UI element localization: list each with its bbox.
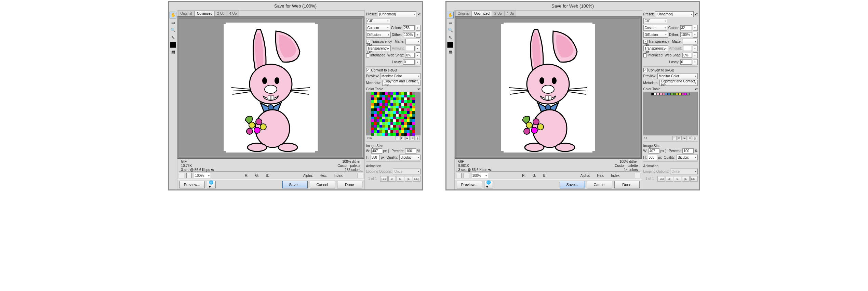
toggle-slices-icon[interactable]: ▤ [170,49,176,55]
zoom-level-field[interactable]: 100%▾ [194,173,211,178]
tab-original[interactable]: Original [455,11,472,16]
foreground-color-swatch[interactable] [447,42,453,48]
quality-select[interactable]: Bicubic▾ [399,155,420,160]
preview-mode-select[interactable]: Monitor Color▾ [657,73,698,79]
done-button[interactable]: Done [337,181,362,188]
browser-preview-icon[interactable]: 🌐▾ [207,181,216,188]
colors-stepper[interactable]: ▾ [416,25,420,31]
websnap-stepper[interactable]: ▾ [693,52,698,58]
save-button[interactable]: Save... [282,181,308,188]
color-table-flyout-icon[interactable]: ▾≡ [695,87,698,91]
transparency-dither-select[interactable]: No Transparency Dit...▾ [643,45,668,51]
connection-speed-menu-icon[interactable]: ▾≡ [211,168,214,172]
dither-stepper[interactable]: ▾ [416,32,420,38]
dither-algo-select[interactable]: Diffusion▾ [643,32,668,38]
quality-select[interactable]: Bicubic▾ [677,155,698,160]
ct-new-icon[interactable]: ⊞ [411,136,415,140]
format-select[interactable]: GIF▾ [643,18,667,24]
optimize-flyout-menu-icon[interactable]: ▾≡ [417,12,420,16]
height-field[interactable]: 588 [648,155,657,160]
srgb-checkbox[interactable]: ✓ [643,68,647,72]
lossy-stepper[interactable]: ▾ [693,59,698,65]
slice-select-tool-icon[interactable]: ▭ [170,19,176,26]
tab-2up[interactable]: 2-Up [215,11,227,16]
save-button[interactable]: Save... [560,181,585,188]
tab-2up[interactable]: 2-Up [492,11,504,16]
constrain-link-icon[interactable]: ⟧ [388,149,389,153]
color-reduction-select[interactable]: Custom▾ [366,25,390,31]
cancel-button[interactable]: Cancel [587,181,612,188]
zoom-tool-icon[interactable]: 🔍 [447,27,454,34]
lossy-field[interactable]: 0 [680,59,692,65]
optimize-flyout-menu-icon[interactable]: ▾≡ [695,12,698,16]
dither-field[interactable]: 100% [680,32,692,37]
ct-shift-icon[interactable]: ◧ [400,136,404,140]
zoom-in-icon[interactable] [186,173,192,178]
color-table[interactable] [366,92,420,135]
browser-preview-icon[interactable]: 🌐▾ [484,181,493,188]
dither-algo-select[interactable]: Diffusion▾ [366,32,391,38]
format-select[interactable]: GIF▾ [366,18,390,24]
dither-stepper[interactable]: ▾ [693,32,698,38]
dither-field[interactable]: 100% [403,32,415,37]
metadata-select[interactable]: Copyright and Contact Info▾ [659,80,698,86]
matte-select[interactable]: ▾ [405,39,420,44]
ct-delete-icon[interactable]: 🗑 [416,136,420,140]
cancel-button[interactable]: Cancel [310,181,335,188]
tab-original[interactable]: Original [178,11,195,16]
eyedropper-tool-icon[interactable]: ✎ [170,34,176,41]
eyedropper-tool-icon[interactable]: ✎ [447,34,454,41]
ct-delete-icon[interactable]: 🗑 [693,136,697,140]
color-reduction-select[interactable]: Custom▾ [643,25,667,31]
matte-select[interactable]: ▾ [683,39,698,44]
interlaced-checkbox[interactable] [366,53,370,57]
zoom-in-icon[interactable] [464,173,469,178]
interlaced-checkbox[interactable] [643,53,647,57]
colors-field[interactable]: 32 [680,25,692,30]
tab-optimized[interactable]: Optimized [472,11,492,16]
zoom-tool-icon[interactable]: 🔍 [170,27,176,34]
ct-lock-icon[interactable]: ⬚ [395,136,399,140]
width-field[interactable]: 407 [371,148,382,154]
tab-optimized[interactable]: Optimized [195,11,215,16]
ct-map-icon[interactable]: ⬓ [405,136,410,140]
foreground-color-swatch[interactable] [170,42,176,48]
slice-select-tool-icon[interactable]: ▭ [447,19,454,26]
lossy-stepper[interactable]: ▾ [416,59,420,65]
preview-image[interactable] [224,24,318,151]
zoom-level-field[interactable]: 100%▾ [471,173,488,178]
preview-image[interactable] [501,24,595,151]
srgb-checkbox[interactable]: ✓ [366,68,370,72]
preset-select[interactable]: [Unnamed]▾ [655,11,693,17]
percent-field[interactable]: 100 [682,148,693,154]
done-button[interactable]: Done [614,181,640,188]
transparency-dither-select[interactable]: No Transparency Dit...▾ [366,45,391,51]
percent-field[interactable]: 100 [405,148,416,154]
height-field[interactable]: 588 [371,155,380,160]
ct-lock-icon[interactable]: ⬚ [672,136,677,140]
ct-shift-icon[interactable]: ◧ [678,136,682,140]
lossy-field[interactable]: 0 [403,59,415,65]
tab-4up[interactable]: 4-Up [227,11,239,16]
preset-select[interactable]: [Unnamed]▾ [378,11,416,17]
tab-4up[interactable]: 4-Up [504,11,517,16]
color-table-flyout-icon[interactable]: ▾≡ [417,87,420,91]
preview-mode-select[interactable]: Monitor Color▾ [380,73,420,79]
websnap-field[interactable]: 0% [405,53,414,58]
preview-button[interactable]: Preview... [179,181,205,188]
hand-tool-icon[interactable]: ✋ [170,12,176,18]
colors-stepper[interactable]: ▾ [693,25,698,31]
color-table[interactable] [643,92,698,135]
zoom-out-icon[interactable] [456,173,462,178]
colors-field[interactable]: 256 [403,25,415,30]
websnap-stepper[interactable]: ▾ [416,52,420,58]
connection-speed-menu-icon[interactable]: ▾≡ [488,168,491,172]
ct-new-icon[interactable]: ⊞ [688,136,692,140]
constrain-link-icon[interactable]: ⟧ [665,149,667,153]
ct-map-icon[interactable]: ⬓ [683,136,687,140]
zoom-out-icon[interactable] [179,173,184,178]
toggle-slices-icon[interactable]: ▤ [447,49,454,55]
preview-button[interactable]: Preview... [457,181,482,188]
websnap-field[interactable]: 0% [682,53,692,58]
hand-tool-icon[interactable]: ✋ [447,12,454,18]
